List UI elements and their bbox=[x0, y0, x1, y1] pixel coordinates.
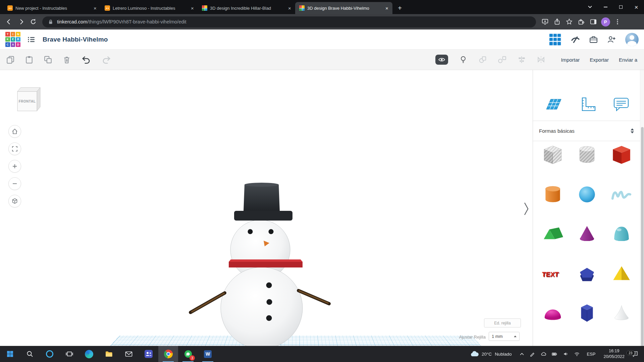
close-icon[interactable]: × bbox=[629, 0, 644, 14]
install-icon[interactable] bbox=[539, 16, 551, 27]
home-view-icon[interactable] bbox=[8, 125, 21, 138]
bookmark-star-icon[interactable] bbox=[564, 16, 575, 27]
fit-view-icon[interactable] bbox=[8, 142, 21, 155]
shape-cilindro[interactable] bbox=[540, 182, 566, 207]
search-icon[interactable] bbox=[20, 346, 40, 362]
import-button[interactable]: Importar bbox=[560, 55, 580, 65]
back-icon[interactable] bbox=[3, 16, 15, 27]
shape-esfera[interactable] bbox=[574, 182, 600, 207]
user-avatar[interactable] bbox=[625, 33, 639, 46]
export-button[interactable]: Exportar bbox=[589, 55, 609, 65]
cortana-icon[interactable] bbox=[40, 346, 59, 362]
shape-category-dropdown[interactable]: Formas básicas bbox=[533, 121, 640, 141]
volume-icon[interactable] bbox=[560, 351, 571, 357]
snowman-left-eye[interactable] bbox=[248, 229, 253, 234]
file-explorer-icon[interactable] bbox=[99, 346, 119, 362]
shape-garabato[interactable] bbox=[608, 182, 635, 207]
viewport-canvas[interactable]: FRONTAL Ed. rejilla Ajustar Rejilla 1 mm bbox=[0, 70, 533, 346]
ungroup-icon[interactable] bbox=[498, 55, 506, 64]
pen-icon[interactable] bbox=[527, 351, 538, 357]
battery-icon[interactable] bbox=[549, 351, 560, 357]
shape-cono-blanco[interactable] bbox=[608, 301, 635, 326]
undo-icon[interactable] bbox=[81, 55, 91, 65]
ruler-tool-icon[interactable] bbox=[577, 95, 598, 113]
redo-icon[interactable] bbox=[101, 55, 111, 65]
profile-avatar[interactable]: P bbox=[600, 16, 611, 27]
delete-icon[interactable] bbox=[62, 55, 71, 64]
close-tab-icon[interactable]: × bbox=[384, 5, 390, 11]
teams-icon[interactable] bbox=[139, 346, 158, 362]
close-tab-icon[interactable]: × bbox=[287, 5, 292, 11]
send-button[interactable]: Enviar a bbox=[618, 55, 638, 65]
shape-media-esfera[interactable] bbox=[540, 301, 566, 326]
chrome-icon[interactable] bbox=[158, 346, 178, 362]
zoom-out-icon[interactable] bbox=[8, 177, 21, 190]
design-menu-icon[interactable] bbox=[27, 36, 35, 43]
add-person-icon[interactable] bbox=[607, 35, 616, 44]
shape-texto[interactable]: TEXT TEXT bbox=[540, 261, 566, 286]
tab-search-icon[interactable] bbox=[582, 0, 598, 14]
shape-poligono[interactable] bbox=[574, 261, 600, 286]
snowman-middle-sphere[interactable] bbox=[221, 267, 303, 346]
shape-caja-transparente[interactable] bbox=[540, 143, 566, 168]
tinkercad-logo[interactable]: TIN KER CAD bbox=[5, 32, 20, 47]
shape-caja[interactable] bbox=[608, 143, 635, 168]
tab-new-project[interactable]: New project - Instructables × bbox=[3, 2, 101, 14]
shape-paraboloide[interactable] bbox=[608, 222, 635, 247]
snowman-scarf[interactable] bbox=[229, 262, 303, 267]
snowman-button[interactable] bbox=[266, 283, 272, 288]
blocks-grid-icon[interactable] bbox=[549, 33, 561, 46]
view-cube[interactable]: FRONTAL bbox=[13, 85, 42, 114]
action-center-icon[interactable]: 23 bbox=[629, 350, 644, 358]
close-tab-icon[interactable]: × bbox=[92, 5, 98, 11]
copy-icon[interactable] bbox=[6, 55, 15, 64]
shape-tejado[interactable] bbox=[540, 222, 566, 247]
light-icon[interactable] bbox=[459, 55, 468, 64]
duplicate-icon[interactable] bbox=[44, 55, 52, 64]
tab-letrero-luminoso[interactable]: Letrero Luminoso - Instructables × bbox=[101, 2, 198, 14]
pickaxe-icon[interactable] bbox=[571, 35, 580, 44]
extensions-puzzle-icon[interactable] bbox=[576, 16, 587, 27]
close-tab-icon[interactable]: × bbox=[190, 5, 195, 11]
snowman-scarf-top[interactable] bbox=[229, 259, 303, 262]
word-icon[interactable]: W bbox=[198, 346, 218, 362]
chat-icon[interactable]: 3 bbox=[178, 346, 198, 362]
new-tab-button[interactable]: + bbox=[395, 3, 405, 13]
share-icon[interactable] bbox=[551, 16, 563, 27]
tab-3d-design-brave[interactable]: 3D design Brave Habbi-Vihelmo × bbox=[295, 2, 392, 14]
panel-collapse-icon[interactable] bbox=[522, 201, 531, 217]
snap-grid-dropdown[interactable]: 1 mm bbox=[489, 332, 520, 341]
hidden-icons-chevron[interactable] bbox=[517, 352, 527, 356]
edit-grid-button[interactable]: Ed. rejilla bbox=[484, 318, 521, 327]
group-icon[interactable] bbox=[478, 55, 487, 64]
language-indicator[interactable]: ESP bbox=[583, 352, 599, 357]
snowman-hat-top[interactable] bbox=[244, 185, 280, 212]
mail-icon[interactable] bbox=[119, 346, 139, 362]
perspective-icon[interactable] bbox=[8, 195, 21, 207]
panel-scrollbar[interactable] bbox=[640, 70, 644, 346]
category-stepper-icon[interactable] bbox=[631, 128, 634, 133]
taskbar-clock[interactable]: 16:19 20/05/2022 bbox=[599, 348, 629, 360]
start-icon[interactable] bbox=[0, 346, 20, 362]
briefcase-icon[interactable] bbox=[589, 35, 598, 44]
snowman-right-eye[interactable] bbox=[269, 229, 274, 234]
show-all-icon[interactable] bbox=[435, 55, 448, 65]
paste-icon[interactable] bbox=[25, 55, 34, 64]
forward-icon[interactable] bbox=[15, 16, 27, 27]
task-view-icon[interactable] bbox=[59, 346, 79, 362]
shape-piramide[interactable] bbox=[608, 261, 635, 286]
onedrive-icon[interactable] bbox=[538, 351, 549, 357]
snowman-button[interactable] bbox=[266, 315, 272, 321]
wifi-icon[interactable] bbox=[571, 351, 583, 357]
notes-tool-icon[interactable] bbox=[611, 95, 631, 113]
mirror-icon[interactable] bbox=[537, 55, 545, 64]
snowman-hat-brim[interactable] bbox=[234, 211, 292, 221]
workplane-tool-icon[interactable] bbox=[542, 95, 564, 113]
tab-3d-design-hillar[interactable]: 3D design Incredible Hillar-Blad × bbox=[198, 2, 295, 14]
shape-cilindro-transparente[interactable] bbox=[574, 143, 600, 168]
align-icon[interactable] bbox=[517, 55, 526, 64]
snowman-button[interactable] bbox=[267, 299, 272, 305]
scrollbar-thumb[interactable] bbox=[641, 127, 644, 346]
maximize-icon[interactable] bbox=[613, 0, 629, 14]
weather-widget[interactable]: 20°C Nublado bbox=[465, 346, 517, 362]
